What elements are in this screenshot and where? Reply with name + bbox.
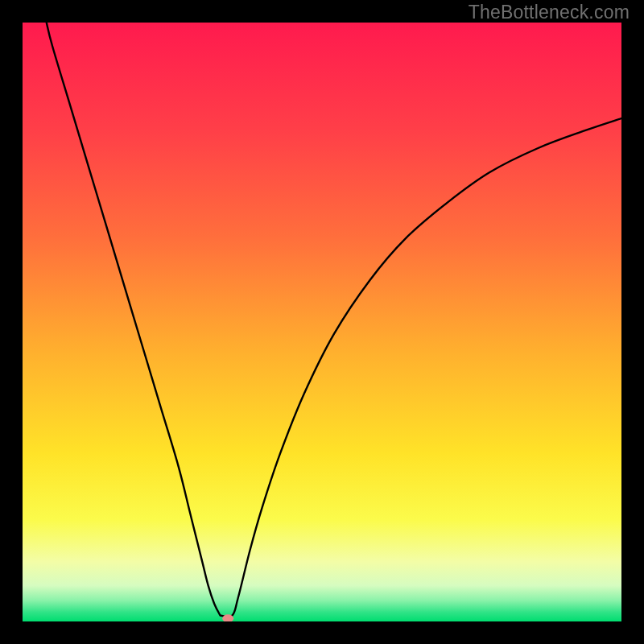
gradient-background	[23, 23, 621, 621]
watermark-text: TheBottleneck.com	[469, 2, 630, 23]
chart-frame: { "watermark": "TheBottleneck.com", "cha…	[0, 0, 644, 644]
bottleneck-chart	[23, 23, 621, 621]
